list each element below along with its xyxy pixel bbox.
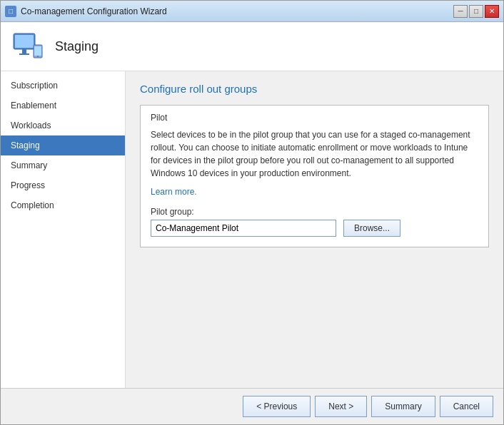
wizard-footer: < Previous Next > Summary Cancel — [1, 388, 503, 424]
sidebar-item-staging[interactable]: Staging — [1, 135, 125, 155]
pilot-group-input[interactable] — [151, 220, 336, 237]
header-computer-icon — [11, 29, 45, 63]
title-bar: □ Co-management Configuration Wizard ─ □… — [1, 1, 503, 22]
header-title: Staging — [55, 39, 99, 54]
minimize-button[interactable]: ─ — [453, 5, 468, 18]
pilot-group-field-label: Pilot group: — [151, 207, 478, 217]
sidebar-item-summary[interactable]: Summary — [1, 155, 125, 175]
main-wrapper: Subscription Enablement Workloads Stagin… — [1, 71, 503, 424]
browse-button[interactable]: Browse... — [343, 220, 400, 237]
summary-button[interactable]: Summary — [371, 396, 435, 417]
close-button[interactable]: ✕ — [485, 5, 499, 18]
title-bar-left: □ Co-management Configuration Wizard — [5, 6, 167, 17]
title-bar-buttons: ─ □ ✕ — [453, 5, 499, 18]
pilot-group-legend: Pilot — [151, 113, 478, 123]
sidebar-item-enablement[interactable]: Enablement — [1, 96, 125, 116]
window-icon: □ — [5, 6, 16, 17]
page-title: Configure roll out groups — [140, 83, 489, 95]
pilot-description: Select devices to be in the pilot group … — [151, 128, 478, 180]
sidebar-item-completion[interactable]: Completion — [1, 195, 125, 215]
next-button[interactable]: Next > — [315, 396, 367, 417]
main-content: Configure roll out groups Pilot Select d… — [126, 71, 503, 388]
svg-rect-5 — [34, 46, 41, 56]
learn-more-link[interactable]: Learn more. — [151, 187, 197, 197]
maximize-button[interactable]: □ — [469, 5, 483, 18]
svg-rect-3 — [19, 53, 29, 55]
sidebar-item-subscription[interactable]: Subscription — [1, 76, 125, 96]
svg-rect-1 — [15, 35, 34, 48]
cancel-button[interactable]: Cancel — [440, 396, 493, 417]
svg-point-6 — [37, 56, 39, 57]
pilot-group-box: Pilot Select devices to be in the pilot … — [140, 105, 489, 247]
svg-rect-2 — [22, 49, 26, 53]
wizard-window: □ Co-management Configuration Wizard ─ □… — [0, 0, 504, 425]
sidebar-item-progress[interactable]: Progress — [1, 175, 125, 195]
window-title: Co-management Configuration Wizard — [21, 6, 167, 16]
wizard-header: Staging — [1, 22, 503, 71]
pilot-group-field-row: Browse... — [151, 220, 478, 237]
content-area: Subscription Enablement Workloads Stagin… — [1, 71, 503, 388]
sidebar-item-workloads[interactable]: Workloads — [1, 116, 125, 135]
previous-button[interactable]: < Previous — [243, 396, 311, 417]
sidebar: Subscription Enablement Workloads Stagin… — [1, 71, 126, 388]
